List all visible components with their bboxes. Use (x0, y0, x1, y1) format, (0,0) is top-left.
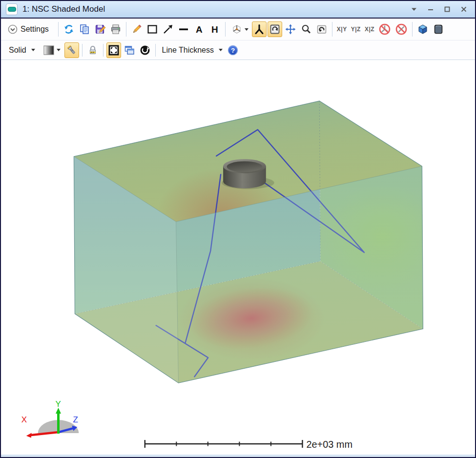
settings-expander[interactable]: Settings (5, 22, 54, 36)
minimize-icon (427, 6, 434, 13)
save-icon (94, 23, 106, 35)
rotate-axes-icon (253, 23, 265, 35)
scale-bar (145, 440, 303, 448)
zoom-view-button[interactable] (299, 21, 313, 37)
separator (126, 22, 126, 37)
model-viewport[interactable]: Y X Z 2e+03 mm (1, 60, 475, 455)
maximize-button[interactable] (443, 5, 452, 14)
lock-icon (87, 44, 99, 56)
close-button[interactable] (459, 5, 468, 14)
view-plane-xz-label: X|Z (365, 26, 374, 33)
pencil-tool-button[interactable] (129, 21, 144, 37)
refresh-button[interactable] (62, 21, 76, 37)
separator (332, 22, 332, 37)
separator (155, 44, 156, 57)
shaded-model-button[interactable] (415, 21, 430, 37)
shaded-model-icon (417, 23, 429, 35)
copy-icon (79, 23, 90, 35)
x-axis-arrow (31, 432, 59, 435)
line-thickness-dropdown[interactable]: Line Thickness (158, 45, 225, 56)
view-plane-yz-label: Y|Z (351, 26, 361, 33)
view-plane-yz-button[interactable]: Y|Z (350, 21, 362, 37)
orientation-mode-button[interactable] (228, 21, 251, 37)
separator (103, 44, 103, 57)
chevron-down-icon (245, 28, 248, 31)
x-axis-label: X (21, 415, 27, 424)
print-button[interactable] (108, 21, 123, 37)
solid-mode-label: Solid (9, 46, 26, 55)
dimension-tool: H (211, 25, 218, 34)
chevron-down-icon (411, 7, 417, 11)
no-clip-scatter-icon (395, 23, 408, 36)
view-plane-xz-button[interactable]: X|Z (363, 21, 376, 37)
text-tool-button[interactable]: A (192, 21, 207, 37)
x-axis-arrowhead (26, 433, 32, 438)
refresh-icon (63, 23, 75, 35)
help-button[interactable]: ? (226, 42, 240, 58)
view-plane-xy-button[interactable]: X|Y (335, 21, 349, 37)
solid-model-icon (433, 23, 444, 35)
line-tool-icon (178, 23, 189, 35)
view-toolbar: Solid (1, 40, 475, 60)
arrow-tool-button[interactable] (161, 21, 175, 37)
solid-model-button[interactable] (431, 21, 446, 37)
chevron-down-icon (57, 49, 61, 51)
rotate-view-icon (269, 23, 281, 35)
shaded-model-scene: Y X Z 2e+03 mm (1, 60, 475, 455)
separator (225, 22, 226, 37)
line-thickness-label: Line Thickness (162, 46, 214, 55)
help-icon: ? (227, 44, 239, 56)
window-menu-button[interactable] (410, 5, 418, 14)
auto-update-icon (139, 44, 151, 56)
rotate-axes-button[interactable] (252, 21, 267, 37)
app-icon (6, 3, 18, 15)
titlebar: 1: NSC Shaded Model (1, 1, 475, 18)
reset-zoom-icon (316, 23, 328, 35)
opacity-gradient-dropdown[interactable] (41, 44, 62, 57)
solid-mode-dropdown[interactable]: Solid (7, 45, 37, 56)
separator (412, 22, 413, 37)
window-layout-button[interactable] (122, 42, 137, 58)
pan-view-icon (285, 23, 296, 35)
save-button[interactable] (93, 21, 107, 37)
nsc-shaded-model-window: 1: NSC Shaded Model Settings (0, 0, 476, 458)
rectangle-tool-icon (146, 23, 158, 35)
rotate-view-button[interactable] (268, 21, 282, 37)
z-axis-label: Z (73, 415, 78, 424)
line-tool-button[interactable] (176, 21, 191, 37)
window-title: 1: NSC Shaded Model (22, 4, 410, 14)
no-clip-rays-icon (378, 23, 391, 36)
flashlight-button[interactable] (64, 42, 79, 58)
separator (82, 44, 83, 57)
pan-view-button[interactable] (283, 21, 298, 37)
no-clip-scatter-button[interactable] (393, 21, 409, 37)
pencil-icon (131, 23, 143, 35)
scale-bar-label: 2e+03 mm (306, 439, 352, 450)
auto-update-button[interactable] (138, 42, 152, 58)
view-plane-xy-label: X|Y (337, 26, 347, 33)
maximize-icon (444, 6, 451, 13)
print-icon (110, 23, 122, 35)
lock-button[interactable] (85, 42, 100, 58)
zoom-view-icon (300, 23, 312, 35)
window-bottom-edge (1, 455, 475, 457)
app-icon-pill (8, 7, 16, 12)
fit-window-button[interactable] (106, 42, 121, 58)
chevron-circle-icon (7, 23, 19, 35)
minimize-button[interactable] (426, 5, 435, 14)
window-layout-icon (124, 44, 135, 56)
separator (58, 22, 59, 37)
reset-zoom-button[interactable] (314, 21, 329, 37)
copy-button[interactable] (77, 21, 92, 37)
chevron-down-icon (219, 49, 223, 51)
settings-label: Settings (21, 25, 49, 34)
rectangle-tool-button[interactable] (145, 21, 160, 37)
arrow-tool-icon (162, 23, 174, 35)
close-icon (460, 6, 467, 13)
no-clip-rays-button[interactable] (377, 21, 393, 37)
opacity-gradient-icon (43, 45, 55, 56)
orientation-triad: Y X Z (21, 399, 79, 438)
y-axis-label: Y (56, 399, 61, 409)
dimension-tool-button[interactable]: H (207, 21, 222, 37)
orientation-mode-icon (231, 23, 243, 35)
